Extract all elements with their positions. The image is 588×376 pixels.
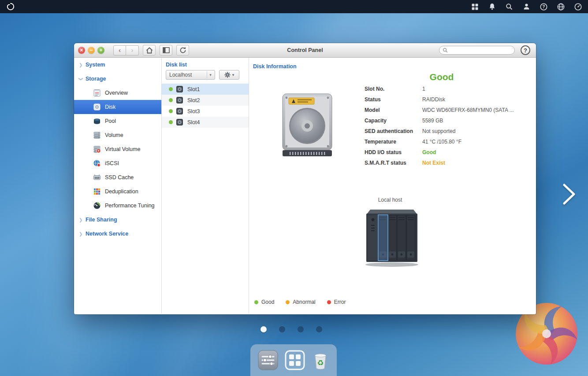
sidebar-item-disk[interactable]: Disk xyxy=(74,100,161,114)
slot-row-slot1[interactable]: Slot1 xyxy=(162,84,249,95)
refresh-button[interactable] xyxy=(176,45,189,55)
sidebar-item-pool[interactable]: Pool xyxy=(74,114,161,128)
pager-dot-3[interactable] xyxy=(298,326,304,332)
dock: ♻ xyxy=(250,344,337,376)
disk-icon xyxy=(93,103,101,111)
pager-dot-1[interactable] xyxy=(261,326,267,332)
window-help-button[interactable]: ? xyxy=(521,45,530,55)
window-searchbox[interactable] xyxy=(439,46,515,55)
item-label: Disk xyxy=(105,104,115,110)
host-dropdown[interactable]: Localhost xyxy=(166,70,215,80)
status-dot-good xyxy=(169,120,173,124)
sidebar-item-volume[interactable]: Volume xyxy=(74,128,161,142)
back-button[interactable] xyxy=(113,45,126,55)
disk-information-panel: Disk Information Good xyxy=(249,58,536,314)
item-label: Overview xyxy=(105,90,128,96)
sidebar-group-network-service[interactable]: Network Service xyxy=(74,227,161,241)
slot-label: Slot4 xyxy=(187,119,200,125)
gear-icon xyxy=(224,72,231,78)
pager-dot-2[interactable] xyxy=(279,326,285,332)
dual-pane-toggle-button[interactable] xyxy=(160,45,172,55)
home-button[interactable] xyxy=(143,45,156,55)
group-label: Network Service xyxy=(86,231,128,237)
sidebar-item-deduplication[interactable]: Deduplication xyxy=(74,184,161,199)
adm-logo-icon[interactable] xyxy=(6,2,15,11)
slot-row-slot3[interactable]: Slot3 xyxy=(162,106,249,117)
hdd-slot-icon xyxy=(176,97,183,103)
field-label: Slot No. xyxy=(365,86,422,92)
svg-text:♻: ♻ xyxy=(317,358,324,367)
field-row-slot-no: Slot No. 1 xyxy=(365,84,514,94)
slot-row-slot4[interactable]: Slot4 xyxy=(162,117,249,128)
sidebar-item-iscsi[interactable]: iSCSI xyxy=(74,156,161,170)
legend-error: Error xyxy=(327,299,346,305)
field-row-capacity: Capacity 5589 GB xyxy=(365,115,514,126)
minimize-button[interactable] xyxy=(88,47,95,54)
field-value: Not supported xyxy=(422,128,455,134)
sidebar-group-storage[interactable]: Storage xyxy=(74,72,161,86)
field-row-hdd-io: HDD I/O status Good xyxy=(365,147,514,158)
next-page-chevron-icon[interactable] xyxy=(562,182,577,208)
hdd-slot-icon xyxy=(176,108,183,114)
forward-button[interactable] xyxy=(126,45,139,55)
window-titlebar: Control Panel ? xyxy=(74,43,536,58)
window-search-input[interactable] xyxy=(450,48,511,53)
disk-list-panel: Disk list Localhost xyxy=(162,58,249,314)
topbar-icons: ? xyxy=(471,3,582,11)
pool-icon xyxy=(93,117,101,125)
group-label: Storage xyxy=(86,76,106,82)
performance-tuning-icon xyxy=(93,202,101,210)
legend-label: Error xyxy=(334,299,346,305)
field-row-temperature: Temperature 41 °C /105.80 °F xyxy=(365,136,514,147)
system-settings-icon[interactable] xyxy=(258,350,278,370)
hdd-illustration xyxy=(280,93,335,161)
volume-icon xyxy=(93,131,101,140)
field-label: Status xyxy=(365,96,422,103)
recycle-bin-icon[interactable]: ♻ xyxy=(312,350,329,370)
slot-row-slot2[interactable]: Slot2 xyxy=(162,95,249,106)
topbar: ? xyxy=(0,0,588,13)
control-panel-window: Control Panel ? System Storage xyxy=(74,43,536,314)
user-icon[interactable] xyxy=(522,3,530,11)
sidebar: System Storage xyxy=(74,58,162,314)
language-globe-icon[interactable] xyxy=(557,3,565,11)
group-label: File Sharing xyxy=(86,217,117,223)
sidebar-group-file-sharing[interactable]: File Sharing xyxy=(74,213,161,227)
close-button[interactable] xyxy=(78,47,85,54)
status-dot-good xyxy=(169,109,173,113)
help-icon[interactable]: ? xyxy=(540,3,547,11)
sidebar-group-system[interactable]: System xyxy=(74,58,161,72)
search-icon[interactable] xyxy=(505,3,513,11)
field-row-model: Model WDC WD60EFRX-68MYMN0 (SATA ... xyxy=(365,105,514,115)
slot-label: Slot3 xyxy=(187,108,200,114)
disk-information-title: Disk Information xyxy=(253,63,297,70)
disk-actions-button[interactable] xyxy=(219,70,239,80)
status-legend: Good Abnormal Error xyxy=(254,299,357,305)
nas-device-illustration xyxy=(361,207,423,271)
slot-label: Slot1 xyxy=(187,86,200,92)
sidebar-item-virtual-volume[interactable]: Virtual Volume xyxy=(74,142,161,156)
disk-info-fields: Slot No. 1 Status RAIDDisk Model WDC WD6… xyxy=(365,84,514,168)
apps-grid-icon[interactable] xyxy=(471,3,479,11)
field-value: 1 xyxy=(422,86,425,92)
hdd-slot-icon xyxy=(176,119,183,125)
chevron-right-icon xyxy=(79,63,86,67)
status-dot-good xyxy=(169,87,173,91)
field-label: HDD I/O status xyxy=(365,149,422,155)
item-label: Virtual Volume xyxy=(105,146,140,152)
window-title: Control Panel xyxy=(287,47,323,53)
item-label: Deduplication xyxy=(105,188,138,195)
sidebar-item-performance-tuning[interactable]: Performance Tuning xyxy=(74,199,161,213)
field-row-status: Status RAIDDisk xyxy=(365,94,514,105)
chevron-right-icon xyxy=(79,232,86,236)
chevron-right-icon xyxy=(79,217,86,222)
system-monitor-gauge-icon[interactable] xyxy=(574,3,582,11)
notifications-bell-icon[interactable] xyxy=(488,3,496,11)
virtual-volume-icon xyxy=(93,145,101,154)
sidebar-item-ssd-cache[interactable]: SSD SSD Cache xyxy=(74,170,161,184)
add-tab-button[interactable] xyxy=(97,47,104,54)
pager-dot-4[interactable] xyxy=(316,326,322,332)
sidebar-item-overview[interactable]: Overview xyxy=(74,86,161,100)
ssd-cache-icon: SSD xyxy=(93,173,101,182)
app-launcher-icon[interactable] xyxy=(285,350,305,370)
